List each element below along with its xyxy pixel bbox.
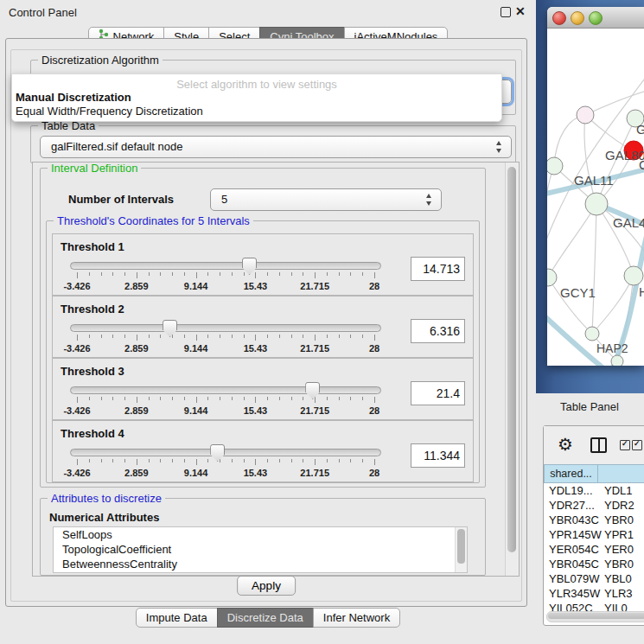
slider-track[interactable] — [70, 324, 381, 332]
list-item[interactable]: BetweennessCentrality — [54, 557, 467, 571]
numerical-attributes-list[interactable]: SelfLoopsTopologicalCoefficientBetweenne… — [53, 526, 468, 573]
list-item[interactable]: SelfLoops — [54, 527, 467, 542]
table-row[interactable]: YPR145WYPR1 — [544, 527, 644, 542]
tick-mark — [184, 459, 185, 462]
network-node[interactable] — [624, 266, 643, 285]
network-node[interactable] — [547, 269, 557, 286]
control-panel-titlebar: Control Panel ✕ — [0, 0, 536, 24]
table-row[interactable]: YLR345WYLR3 — [544, 586, 644, 601]
vertical-scrollbar[interactable] — [505, 163, 519, 576]
table-row[interactable]: YER054CYER0 — [544, 542, 644, 557]
tick-mark — [77, 397, 78, 403]
threshold-slider[interactable]: -3.4262.8599.14415.4321.71528 — [70, 447, 381, 478]
checkbox-icon[interactable] — [632, 440, 642, 450]
slider-track[interactable] — [70, 386, 381, 394]
tick-mark — [207, 459, 208, 462]
attributes-to-discretize-group: Attributes to discretize Numerical Attri… — [40, 498, 486, 576]
column-header-shared-name[interactable]: shared... — [544, 464, 598, 483]
network-node[interactable] — [585, 193, 608, 215]
network-canvas[interactable]: GAL80GCGAL11GAL4GCY1HHAP2 — [547, 29, 644, 366]
tick-mark — [303, 459, 303, 462]
columns-icon[interactable] — [590, 437, 607, 453]
combobox-arrows-icon — [495, 140, 503, 154]
float-window-icon[interactable] — [501, 7, 511, 17]
tick-label: 2.859 — [124, 343, 149, 354]
tick-mark — [350, 272, 351, 276]
threshold-value-field[interactable]: 14.713 — [411, 257, 465, 281]
threshold-slider[interactable]: -3.4262.8599.14415.4321.71528 — [70, 385, 381, 416]
number-of-intervals-spinner[interactable]: 5 — [210, 188, 442, 211]
tick-mark — [362, 335, 363, 338]
tick-mark — [232, 335, 233, 338]
threshold-coordinates-group: Threshold's Coordinates for 5 Intervals … — [46, 220, 480, 483]
bottom-tab-bar: Impute DataDiscretize DataInfer Network — [0, 608, 536, 628]
gear-icon[interactable]: ⚙ — [558, 434, 573, 455]
tick-mark — [172, 272, 173, 276]
list-scrollbar[interactable] — [455, 527, 467, 572]
table-data-combobox[interactable]: galFiltered.sif default node — [40, 136, 512, 158]
tick-label: -3.426 — [63, 343, 90, 354]
threshold-value-field[interactable]: 21.4 — [411, 381, 465, 405]
tab-label: Impute Data — [146, 609, 207, 627]
cell-shared-name: YPR145W — [549, 527, 602, 542]
table-row[interactable]: YDL19...YDL1 — [544, 483, 644, 498]
apply-button[interactable]: Apply — [237, 576, 296, 596]
network-edge[interactable] — [547, 166, 554, 236]
tick-mark — [124, 335, 125, 338]
slider-track[interactable] — [70, 449, 381, 456]
popup-hint: Select algorithm to view settings — [12, 78, 501, 91]
tick-mark — [374, 459, 375, 465]
network-window-titlebar[interactable] — [547, 7, 644, 29]
slider-track[interactable] — [70, 262, 381, 270]
tick-mark — [291, 459, 292, 462]
tick-mark — [124, 272, 125, 276]
table-row[interactable]: YBL079WYBL0 — [544, 571, 644, 586]
table-row[interactable]: YDR27...YDR2 — [544, 498, 644, 513]
popup-item-equal-width-frequency-discretization[interactable]: Equal Width/Frequency Discretization — [16, 105, 203, 118]
table-row[interactable]: YBR045CYBR0 — [544, 557, 644, 571]
network-node[interactable] — [577, 106, 594, 124]
zoom-traffic-light-icon[interactable] — [589, 11, 603, 25]
network-edge[interactable] — [548, 204, 596, 277]
tick-mark — [255, 272, 256, 278]
close-traffic-light-icon[interactable] — [552, 11, 566, 25]
tick-mark — [232, 397, 233, 400]
numerical-attributes-label: Numerical Attributes — [49, 511, 159, 524]
threshold-slider[interactable]: -3.4262.8599.14415.4321.71528 — [70, 322, 381, 354]
tab-discretize-data[interactable]: Discretize Data — [217, 608, 314, 628]
network-node[interactable] — [585, 327, 599, 341]
table-row[interactable]: YBR043CYBR0 — [544, 513, 644, 527]
network-node[interactable] — [611, 355, 623, 366]
tick-mark — [267, 335, 268, 338]
tick-label: 2.859 — [124, 468, 149, 478]
checkbox-icon[interactable] — [620, 440, 630, 450]
threshold-slider[interactable]: -3.4262.8599.14415.4321.71528 — [70, 260, 381, 291]
slider-thumb[interactable] — [163, 320, 177, 337]
network-edge[interactable] — [592, 204, 596, 334]
minimize-traffic-light-icon[interactable] — [571, 11, 584, 25]
table-row[interactable]: YIL052CYIL0 — [544, 601, 644, 611]
popup-item-manual-discretization[interactable]: Manual Discretization — [16, 91, 131, 104]
tab-infer-network[interactable]: Infer Network — [313, 608, 400, 628]
cell-name: YBR0 — [604, 513, 634, 527]
node-label: GCY1 — [560, 285, 596, 300]
column-header-name[interactable]: n — [597, 464, 644, 483]
tick-label: 28 — [369, 281, 379, 291]
tab-impute-data[interactable]: Impute Data — [136, 608, 218, 628]
close-icon[interactable]: ✕ — [515, 4, 526, 18]
tab-label: Discretize Data — [227, 609, 303, 627]
slider-thumb[interactable] — [210, 444, 225, 462]
tick-mark — [160, 397, 161, 400]
cell-shared-name: YIL052C — [549, 601, 593, 611]
horizontal-scrollbar[interactable] — [546, 611, 644, 622]
table-rows: YDL19...YDL1YDR27...YDR2YBR043CYBR0YPR14… — [544, 483, 644, 611]
tick-label: 28 — [369, 343, 379, 354]
tick-mark — [279, 335, 280, 338]
slider-thumb[interactable] — [305, 382, 320, 399]
list-item[interactable]: TopologicalCoefficient — [54, 542, 467, 557]
threshold-value-field[interactable]: 6.316 — [411, 319, 465, 343]
tick-mark — [207, 272, 208, 276]
tick-mark — [339, 397, 340, 400]
network-node[interactable] — [547, 157, 563, 175]
threshold-value-field[interactable]: 11.344 — [411, 443, 465, 468]
